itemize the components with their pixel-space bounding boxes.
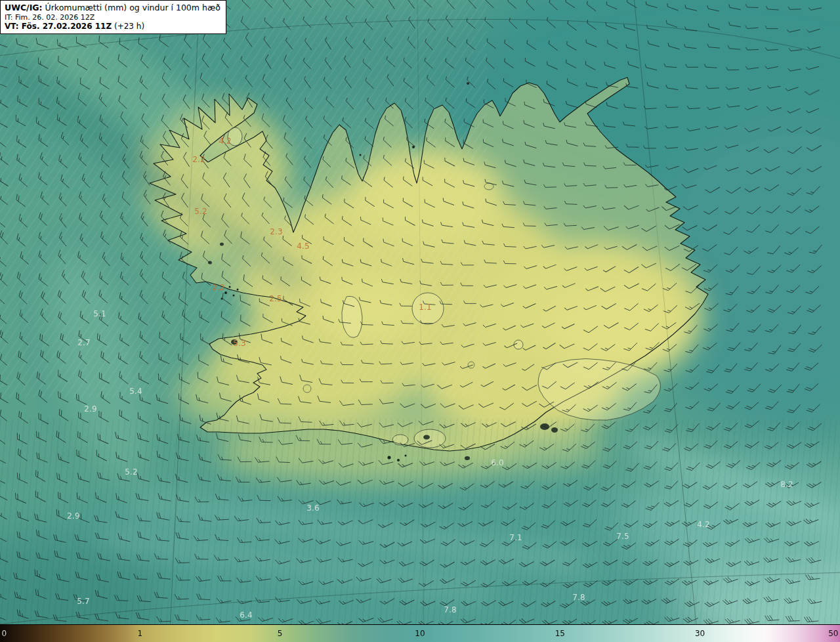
valid-offset: (+23 h) bbox=[114, 22, 144, 31]
colorbar-tick-50: 50 bbox=[828, 629, 838, 638]
model-name: UWC/IG: bbox=[5, 3, 43, 12]
map-canvas bbox=[0, 0, 840, 642]
valid-time: VT: Fös. 27.02.2026 11Z bbox=[5, 22, 112, 31]
colorbar-ticks: 01510153050 bbox=[0, 625, 840, 642]
product-title-line: UWC/IG: Úrkomumætti (mm) og vindur í 100… bbox=[5, 3, 220, 12]
colorbar-tick-10: 10 bbox=[415, 629, 425, 638]
colorbar-tick-30: 30 bbox=[695, 629, 705, 638]
colorbar-tick-1: 1 bbox=[138, 629, 143, 638]
colorbar-tick-0: 0 bbox=[2, 629, 7, 638]
init-time: IT: Fim. 26. 02. 2026 12Z bbox=[5, 13, 220, 22]
map-info-box: UWC/IG: Úrkomumætti (mm) og vindur í 100… bbox=[0, 0, 226, 34]
colorbar-tick-15: 15 bbox=[555, 629, 565, 638]
colorbar-tick-5: 5 bbox=[278, 629, 283, 638]
precipitation-wind-map: 4.22.25.22.34.52.22.51.15.35.12.75.42.95… bbox=[0, 0, 840, 642]
product-title: Úrkomumætti (mm) og vindur í 100m hæð bbox=[45, 3, 220, 12]
colorbar: 01510153050 bbox=[0, 624, 840, 642]
valid-time-line: VT: Fös. 27.02.2026 11Z (+23 h) bbox=[5, 22, 220, 31]
